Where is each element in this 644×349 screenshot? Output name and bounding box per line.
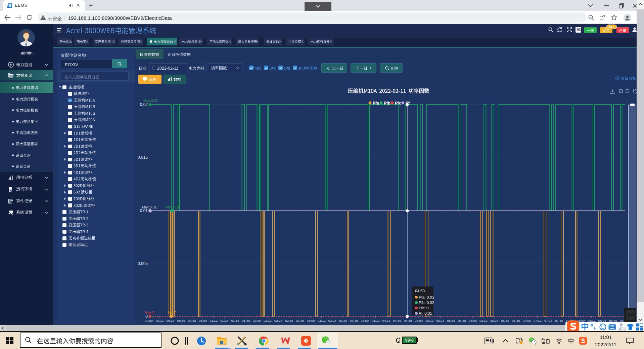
- svg-text:Max:0.02: Max:0.02: [143, 99, 158, 103]
- svg-text:Pf: Pf: [406, 101, 410, 106]
- svg-text:Pfc: Pfc: [395, 101, 401, 106]
- svg-text:0.005: 0.005: [138, 261, 148, 266]
- svg-text:07:12: 07:12: [534, 319, 542, 322]
- svg-text:02:36: 02:36: [285, 319, 293, 322]
- svg-text:Min:0.01: Min:0.01: [166, 205, 179, 209]
- svg-text:01:24: 01:24: [220, 319, 228, 322]
- svg-text:00:12: 00:12: [155, 319, 164, 322]
- svg-text:Pfa: 0.01: Pfa: 0.01: [419, 295, 434, 299]
- svg-text:18: 18: [622, 328, 625, 331]
- svg-text:07:24: 07:24: [544, 319, 552, 322]
- svg-text:Pfb: Pfb: [384, 101, 390, 106]
- svg-text:01:36: 01:36: [231, 319, 239, 322]
- svg-text:04:50: 04:50: [415, 289, 425, 293]
- svg-text:03:36: 03:36: [339, 319, 347, 322]
- svg-text:07:36: 07:36: [555, 319, 563, 322]
- svg-text:01:48: 01:48: [242, 319, 250, 322]
- svg-text:06:00: 06:00: [469, 319, 477, 322]
- svg-text:02:12: 02:12: [264, 319, 272, 322]
- svg-text:05:48: 05:48: [458, 319, 466, 322]
- svg-text:06:24: 06:24: [490, 319, 498, 322]
- svg-text:0.015: 0.015: [138, 155, 148, 160]
- svg-text:02:24: 02:24: [274, 319, 282, 322]
- svg-text:07:00: 07:00: [523, 319, 531, 322]
- svg-text:03:00: 03:00: [307, 319, 315, 322]
- svg-text:04:00: 04:00: [361, 319, 369, 322]
- svg-text:05:36: 05:36: [447, 319, 455, 322]
- svg-text:Max:0.01: Max:0.01: [142, 205, 156, 209]
- svg-text:01:00: 01:00: [199, 319, 207, 322]
- svg-text:02:00: 02:00: [253, 319, 261, 322]
- svg-text:00:36: 00:36: [177, 319, 185, 322]
- svg-text:Pfb: 0.02: Pfb: 0.02: [419, 301, 434, 305]
- svg-text:04:24: 04:24: [382, 319, 390, 322]
- svg-text:06:12: 06:12: [479, 319, 488, 322]
- svg-text:05:24: 05:24: [436, 319, 444, 322]
- svg-text:Min:0: Min:0: [168, 311, 176, 315]
- svg-text:03:48: 03:48: [350, 319, 358, 322]
- svg-text:01:12: 01:12: [210, 319, 218, 322]
- svg-text:Pf: 0.01: Pf: 0.01: [419, 311, 432, 315]
- svg-text:0: 0: [145, 314, 148, 319]
- svg-text:03:12: 03:12: [318, 319, 326, 322]
- svg-text:05:12: 05:12: [425, 319, 433, 322]
- svg-text:02:48: 02:48: [296, 319, 304, 322]
- svg-text:03:24: 03:24: [328, 319, 336, 322]
- svg-text:06:36: 06:36: [501, 319, 509, 322]
- svg-text:00:24: 00:24: [166, 319, 174, 322]
- svg-text:04:36: 04:36: [393, 319, 401, 322]
- svg-text:05:00: 05:00: [415, 319, 423, 322]
- svg-text:06:48: 06:48: [512, 319, 520, 322]
- svg-text:Pfc: 0: Pfc: 0: [419, 306, 428, 310]
- svg-text:0.02: 0.02: [140, 102, 148, 107]
- svg-text:Max:0: Max:0: [145, 311, 154, 315]
- svg-text:00:00: 00:00: [145, 319, 153, 322]
- svg-text:04:48: 04:48: [404, 319, 412, 322]
- svg-text:04:12: 04:12: [372, 319, 380, 322]
- svg-text:0.01: 0.01: [140, 208, 148, 213]
- svg-text:Pfa: Pfa: [373, 101, 379, 106]
- svg-text:00:48: 00:48: [188, 319, 196, 322]
